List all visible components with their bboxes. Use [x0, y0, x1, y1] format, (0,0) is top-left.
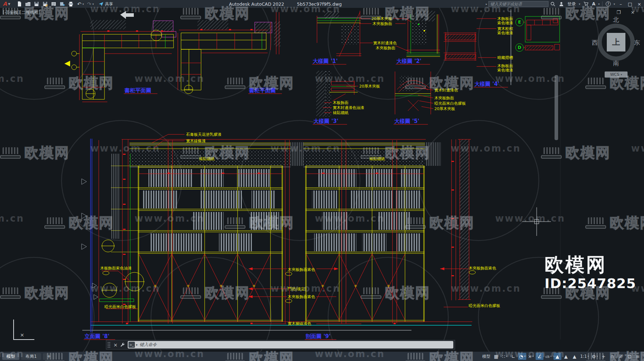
detail-title: 大樣圖 '2' — [396, 58, 421, 64]
command-bar-grip[interactable] — [107, 342, 111, 348]
note-label: 20厚木夾板 — [434, 107, 455, 111]
object-snap-icon[interactable]: ▭▾ — [544, 353, 553, 360]
maximize-button[interactable]: □ — [625, 1, 635, 7]
polar-tracking-icon[interactable]: ◔▾ — [518, 353, 526, 360]
graphics-performance-icon[interactable]: ✓ — [617, 353, 625, 360]
login-button[interactable]: 登录 — [566, 0, 578, 8]
user-icon[interactable] — [557, 0, 566, 8]
viewcube-east[interactable]: 东 — [634, 39, 640, 47]
model-tab[interactable]: 模型 — [2, 353, 19, 360]
share-button[interactable]: 共享 — [98, 1, 113, 7]
viewcube-top-face[interactable]: 上 — [607, 33, 625, 51]
minimize-button[interactable]: – — [616, 1, 625, 7]
customize-wrench-icon[interactable] — [120, 342, 125, 347]
wcs-dropdown[interactable]: WCS▾ — [605, 71, 628, 78]
recent-commands-icon[interactable]: ▾ — [136, 343, 138, 347]
section-detail-1 — [274, 11, 361, 56]
redo-icon[interactable]: ↷ — [87, 1, 92, 7]
tray-plus-icon[interactable]: + — [600, 353, 608, 360]
save-icon[interactable] — [32, 1, 41, 7]
status-bar: 模型布局1+ 模型▦∷▾∟◔▾×▾∠▭▾▲▲▲1:1▾⚙▾+▫✓⊡≡ — [0, 352, 644, 361]
note-label: 裱貼牆紙 — [199, 157, 215, 161]
detail-title: 書柜平面圖 — [124, 87, 151, 94]
new-file-icon[interactable] — [15, 1, 24, 7]
section-detail-2 — [406, 11, 440, 56]
clean-screen-icon[interactable]: ⊡ — [625, 353, 633, 360]
document-window-controls[interactable]: – ❐ × — [604, 10, 639, 15]
autocad-window: E D — [0, 0, 644, 361]
autodesk-brand-icon[interactable]: A — [590, 0, 597, 8]
note-label: 索色墻漆 — [497, 31, 513, 35]
osnap-tracking-icon[interactable]: ∠ — [536, 353, 543, 360]
plan-detail-b — [178, 20, 272, 94]
title-bar: A ▼ ↶▾ ↷▾ 共享 Autodesk AutoCAD 2022 5b573… — [0, 0, 644, 8]
note-label: 木夾板飾面 — [434, 96, 454, 100]
viewport-controls-label[interactable]: [-][俯视][二维线框] — [3, 10, 40, 16]
note-label: 索色墻漆 — [497, 68, 513, 73]
plot-icon[interactable] — [49, 1, 58, 7]
isolate-objects-icon[interactable]: ▫ — [608, 353, 616, 360]
annotation-autoscale-icon[interactable]: ▲ — [562, 353, 570, 360]
print-icon[interactable] — [67, 1, 75, 7]
viewcube-west[interactable]: 西 — [592, 39, 598, 47]
note-label: 實木封邊漆色油漆 — [333, 105, 364, 110]
viewcube-north[interactable]: 北 — [613, 16, 619, 24]
app-menu-caret-icon[interactable]: ▼ — [8, 3, 10, 6]
note-label: 裱貼牆紙 — [333, 110, 348, 115]
brand-caret-icon[interactable]: ▾ — [598, 3, 600, 6]
annotation-scale-icon[interactable]: ▲ — [571, 353, 579, 360]
detail-title: 大樣圖 '3' — [313, 118, 338, 124]
search-icon[interactable] — [548, 0, 557, 8]
redo-caret-icon[interactable]: ▾ — [92, 3, 94, 6]
books — [312, 169, 421, 251]
open-folder-icon[interactable] — [24, 1, 32, 7]
scale-list-button[interactable]: 1:1▾ — [579, 353, 590, 360]
command-input[interactable]: >_ ▾ 键入命令 — [128, 341, 453, 348]
customization-menu-icon[interactable]: ≡ — [634, 353, 642, 360]
isodraft-icon[interactable]: ×▾ — [527, 353, 535, 360]
login-caret-icon[interactable]: ▾ — [579, 3, 580, 6]
viewcube[interactable]: 上 北 西 东 南 WCS▾ — [592, 16, 641, 79]
note-label: 實木封邊漆色 — [434, 88, 458, 93]
ortho-icon[interactable]: ∟ — [509, 353, 517, 360]
annotation-visibility-icon[interactable]: ▲ — [553, 353, 561, 360]
detail-title: 大樣圖 '5' — [394, 118, 419, 124]
search-arrow-icon[interactable]: ▸ — [486, 3, 487, 6]
note-label: 20厚木夾板 — [371, 16, 392, 21]
grid-icon[interactable]: ▦ — [492, 353, 500, 360]
drawing-canvas[interactable]: E D — [0, 0, 644, 361]
note-label: 木夾板飾面索色 — [288, 267, 315, 272]
settings-gear-icon[interactable]: ⚙▾ — [591, 353, 599, 360]
help-icon[interactable]: ? — [604, 0, 613, 8]
keyplan-marker-d: D — [518, 45, 521, 50]
search-placeholder: 键入关键字或短语 — [491, 1, 522, 7]
note-label: 木夾板飾面索色 — [288, 295, 315, 299]
wall-section-right — [458, 139, 471, 300]
cart-icon[interactable] — [581, 0, 590, 8]
undo-icon[interactable]: ↶ — [77, 1, 82, 7]
window-title: Autodesk AutoCAD 2022 5b573ec97f9f5.dwg — [229, 0, 342, 8]
command-prompt-icon[interactable]: >_ — [128, 342, 135, 348]
close-button[interactable]: × — [635, 1, 644, 7]
plan-detail-a — [64, 11, 176, 102]
layout1-tab[interactable]: 布局1 — [21, 353, 41, 360]
note-label: 啞光面米白色膠板 — [469, 303, 500, 308]
model-space-button[interactable]: 模型 — [481, 353, 492, 360]
snap-mode-icon[interactable]: ∷▾ — [501, 353, 509, 360]
save-as-icon[interactable] — [41, 1, 49, 7]
export-icon[interactable] — [58, 1, 67, 7]
search-input[interactable]: 键入关键字或短语 — [488, 1, 548, 7]
autocad-logo-icon[interactable]: A — [3, 1, 7, 7]
app-title: Autodesk AutoCAD 2022 — [229, 1, 284, 7]
note-label: 暗藏燈槽 — [497, 55, 513, 60]
note-label: 索色墻漆 — [497, 21, 513, 25]
detail-title: 大樣圖 '1' — [313, 58, 338, 64]
help-caret-icon[interactable]: ▾ — [614, 3, 615, 6]
command-placeholder: 键入命令 — [140, 342, 157, 348]
vertical-scrollbar[interactable] — [555, 75, 558, 140]
new-layout-button[interactable]: + — [43, 353, 55, 360]
note-label: 門把(後定) — [288, 287, 307, 291]
viewcube-south[interactable]: 南 — [613, 59, 619, 68]
close-command-line-icon[interactable]: × — [113, 342, 118, 348]
undo-caret-icon[interactable]: ▾ — [83, 3, 84, 6]
